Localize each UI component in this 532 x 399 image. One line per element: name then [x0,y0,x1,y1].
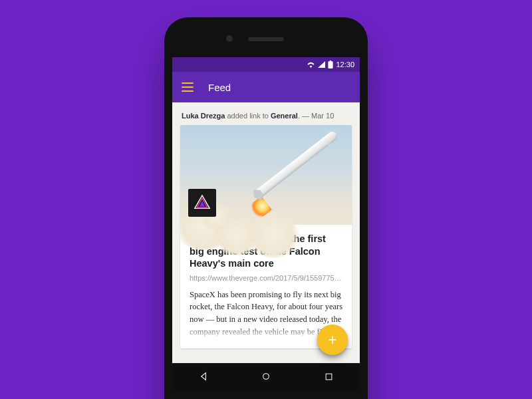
status-bar: 12:30 [172,57,360,72]
page-title: Feed [208,82,231,93]
square-recents-icon [324,372,334,382]
wifi-icon [307,61,315,68]
circle-home-icon [261,371,271,382]
post-separator: . — [298,112,309,120]
post-action-text: added link to [227,112,268,120]
triangle-back-icon [198,371,209,382]
menu-icon[interactable] [182,82,194,92]
svg-rect-4 [326,374,332,380]
phone-camera [226,35,233,42]
add-button[interactable] [317,325,348,355]
source-badge [188,189,216,217]
battery-icon [328,61,333,68]
clock-text: 12:30 [336,61,354,68]
link-hero-image [180,125,352,225]
post-meta: Luka Drezga added link to General. — Mar… [182,112,350,120]
decorative-rocket [237,129,352,222]
post-channel[interactable]: General [271,112,298,120]
app-bar: Feed [172,72,360,102]
post-author[interactable]: Luka Drezga [182,112,225,120]
phone-speaker [248,37,284,41]
plus-icon [326,333,339,346]
post-date: Mar 10 [311,112,334,120]
android-nav-bar [172,363,360,390]
home-button[interactable] [253,363,279,390]
cell-signal-icon [318,61,325,68]
screen: 12:30 Feed Luka Drezga added link to Gen… [172,57,360,390]
svg-point-3 [263,374,269,380]
verge-logo-icon [193,194,211,212]
back-button[interactable] [190,363,217,390]
recents-button[interactable] [315,363,342,390]
phone-frame: 12:30 Feed Luka Drezga added link to Gen… [164,17,368,399]
link-card[interactable]: Watch SpaceX fire up the first big engin… [180,125,352,348]
link-url: https://www.theverge.com/2017/5/9/155977… [190,274,342,282]
